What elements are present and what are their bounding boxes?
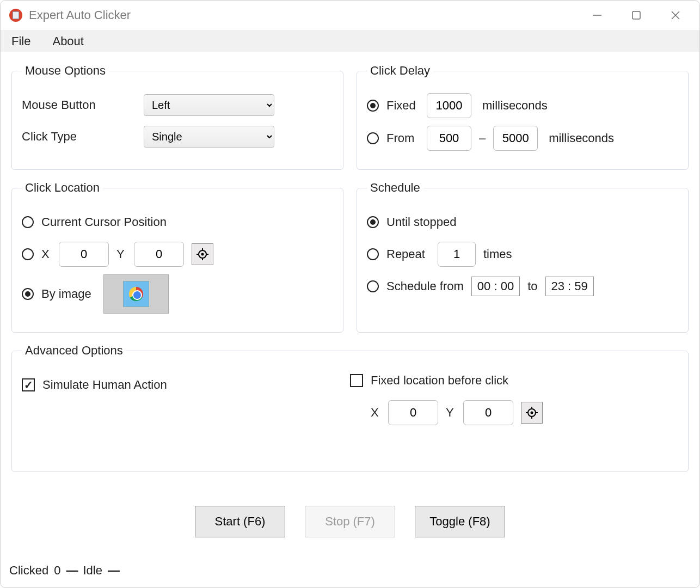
unit-delay-fixed: milliseconds	[482, 99, 548, 113]
target-image-slot[interactable]	[103, 274, 169, 314]
group-click-location: Click Location Current Cursor Position X…	[11, 181, 343, 333]
maximize-icon	[631, 10, 642, 21]
toggle-button[interactable]: Toggle (F8)	[415, 506, 505, 537]
label-location-current: Current Cursor Position	[41, 215, 167, 229]
group-schedule: Schedule Until stopped Repeat times Sche…	[357, 181, 689, 333]
label-repeat-unit: times	[483, 247, 512, 261]
radio-schedule-repeat[interactable]	[367, 248, 379, 260]
legend-advanced: Advanced Options	[22, 344, 126, 358]
status-clicked-label: Clicked	[9, 564, 48, 578]
input-delay-to[interactable]	[493, 126, 538, 151]
group-advanced-options: Advanced Options Simulate Human Action F…	[11, 344, 689, 472]
label-delay-fixed: Fixed	[386, 99, 419, 113]
start-button[interactable]: Start (F6)	[195, 506, 285, 537]
input-time-to[interactable]: 23 : 59	[545, 277, 594, 296]
content-area: Mouse Options Mouse Button Left Click Ty…	[1, 52, 699, 559]
input-adv-x[interactable]	[388, 400, 438, 425]
crosshair-icon	[196, 248, 209, 261]
status-bar: Clicked 0 — Idle —	[1, 559, 699, 587]
input-repeat-times[interactable]	[438, 242, 476, 267]
label-loc-x: X	[41, 247, 51, 261]
input-delay-fixed[interactable]	[427, 93, 471, 118]
label-click-type: Click Type	[22, 130, 136, 144]
pick-location-button[interactable]	[192, 243, 213, 265]
input-loc-x[interactable]	[59, 242, 109, 267]
label-schedule-until: Until stopped	[386, 215, 456, 229]
minimize-button[interactable]	[578, 2, 617, 29]
label-location-by-image: By image	[41, 287, 96, 301]
label-schedule-to: to	[527, 279, 537, 293]
radio-delay-range[interactable]	[367, 132, 379, 144]
app-window: Expert Auto Clicker File About Mouse Opt…	[0, 0, 700, 588]
titlebar: Expert Auto Clicker	[1, 1, 699, 30]
radio-location-current[interactable]	[22, 216, 34, 228]
window-title: Expert Auto Clicker	[29, 8, 131, 22]
legend-mouse-options: Mouse Options	[22, 64, 109, 78]
radio-schedule-until[interactable]	[367, 216, 379, 228]
label-simulate-human: Simulate Human Action	[42, 378, 167, 392]
menu-file[interactable]: File	[8, 32, 34, 51]
radio-location-xy[interactable]	[22, 248, 34, 260]
svg-rect-1	[633, 11, 640, 19]
legend-click-delay: Click Delay	[367, 64, 433, 78]
menu-about[interactable]: About	[49, 32, 87, 51]
group-mouse-options: Mouse Options Mouse Button Left Click Ty…	[11, 64, 343, 170]
chrome-icon	[123, 281, 149, 307]
crosshair-icon	[525, 406, 538, 419]
close-icon	[670, 9, 681, 21]
label-fixed-location: Fixed location before click	[371, 373, 508, 388]
select-click-type[interactable]: Single	[144, 126, 274, 148]
window-controls	[578, 2, 695, 29]
input-delay-from[interactable]	[427, 126, 471, 151]
label-adv-y: Y	[446, 406, 456, 420]
svg-point-11	[531, 412, 533, 414]
input-time-from[interactable]: 00 : 00	[471, 277, 520, 296]
label-adv-x: X	[371, 406, 380, 420]
status-clicked-value: 0	[54, 564, 60, 578]
status-sep-1: —	[66, 564, 77, 578]
unit-delay-range: milliseconds	[549, 131, 614, 145]
label-schedule-from: Schedule from	[386, 279, 464, 293]
label-delay-from: From	[386, 131, 419, 145]
select-mouse-button[interactable]: Left	[144, 94, 274, 116]
radio-delay-fixed[interactable]	[367, 100, 379, 112]
radio-location-by-image[interactable]	[22, 288, 34, 300]
stop-button[interactable]: Stop (F7)	[305, 506, 395, 537]
minimize-icon	[591, 9, 603, 21]
app-icon	[9, 9, 22, 22]
label-delay-range-sep: –	[479, 131, 486, 145]
input-adv-y[interactable]	[463, 400, 513, 425]
action-buttons: Start (F6) Stop (F7) Toggle (F8)	[11, 506, 689, 537]
checkbox-simulate-human[interactable]	[22, 378, 35, 391]
group-click-delay: Click Delay Fixed milliseconds From – mi…	[357, 64, 689, 170]
status-sep-2: —	[108, 564, 119, 578]
legend-click-location: Click Location	[22, 181, 103, 195]
label-mouse-button: Mouse Button	[22, 98, 136, 112]
close-button[interactable]	[656, 2, 695, 29]
radio-schedule-time[interactable]	[367, 280, 379, 292]
checkbox-fixed-location[interactable]	[350, 374, 363, 387]
input-loc-y[interactable]	[134, 242, 184, 267]
status-state: Idle	[83, 564, 102, 578]
menubar: File About	[1, 30, 699, 52]
maximize-button[interactable]	[617, 2, 656, 29]
pick-adv-location-button[interactable]	[521, 402, 543, 424]
svg-point-5	[201, 253, 204, 256]
label-loc-y: Y	[116, 247, 126, 261]
legend-schedule: Schedule	[367, 181, 423, 195]
label-schedule-repeat: Repeat	[386, 247, 430, 261]
